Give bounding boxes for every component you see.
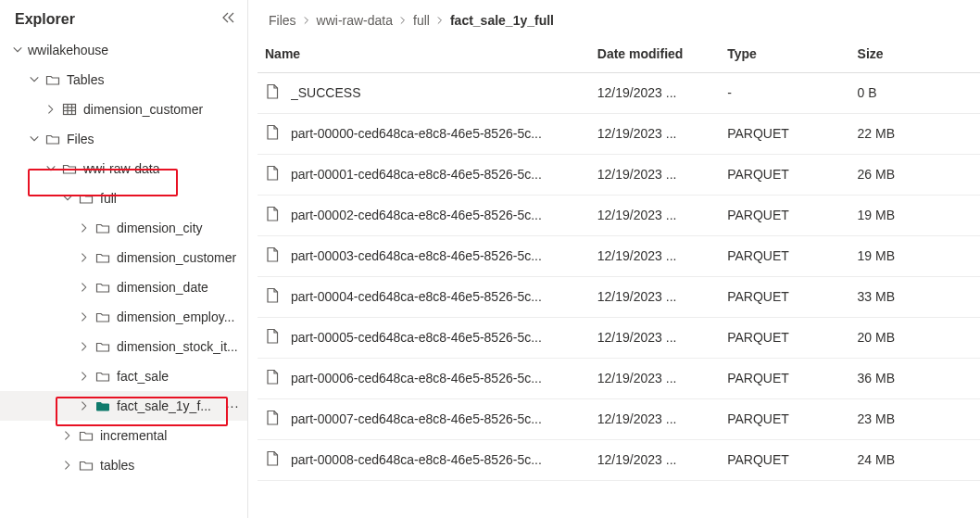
tree-item-full[interactable]: full (0, 183, 247, 213)
table-row[interactable]: part-00005-ced648ca-e8c8-46e5-8526-5c...… (258, 317, 980, 358)
column-header-type[interactable]: Type (720, 35, 849, 72)
breadcrumb-item: fact_sale_1y_full (450, 13, 554, 28)
chevron-right-icon[interactable] (76, 398, 93, 414)
file-icon (265, 328, 280, 347)
tree-item-files[interactable]: Files (0, 124, 247, 154)
file-size: 36 MB (850, 358, 980, 398)
chevron-right-icon (302, 13, 311, 28)
table-row[interactable]: part-00003-ced648ca-e8c8-46e5-8526-5c...… (258, 235, 980, 276)
file-icon (265, 369, 280, 388)
breadcrumb-item[interactable]: wwi-raw-data (317, 13, 393, 28)
more-button[interactable]: ··· (223, 398, 242, 413)
file-icon (265, 410, 280, 429)
file-date: 12/19/2023 ... (590, 439, 720, 480)
chevron-down-icon[interactable] (9, 42, 26, 58)
tree-item-tables-folder[interactable]: tables (0, 450, 247, 480)
chevron-right-icon[interactable] (59, 427, 76, 444)
file-date: 12/19/2023 ... (590, 72, 720, 113)
table-row[interactable]: part-00001-ced648ca-e8c8-46e5-8526-5c...… (258, 154, 980, 195)
file-size: 23 MB (850, 398, 980, 439)
tree-item-folder[interactable]: fact_sale_1y_f...··· (0, 391, 247, 421)
tree-label: dimension_customer (117, 250, 236, 265)
file-icon (265, 206, 280, 225)
chevron-right-icon (435, 13, 445, 28)
file-date: 12/19/2023 ... (590, 235, 720, 276)
tree-item-incremental[interactable]: incremental (0, 421, 247, 450)
tree-item-folder[interactable]: dimension_employ... (0, 302, 247, 332)
collapse-icon[interactable] (220, 11, 234, 28)
file-size: 19 MB (850, 235, 980, 276)
file-date: 12/19/2023 ... (590, 195, 720, 235)
table-row[interactable]: part-00008-ced648ca-e8c8-46e5-8526-5c...… (258, 439, 980, 480)
chevron-right-icon[interactable] (76, 279, 93, 296)
table-row[interactable]: part-00004-ced648ca-e8c8-46e5-8526-5c...… (258, 276, 980, 317)
tree-item-folder[interactable]: fact_sale (0, 361, 247, 391)
column-header-date[interactable]: Date modified (590, 35, 720, 72)
table-icon (61, 101, 78, 118)
file-name: part-00003-ced648ca-e8c8-46e5-8526-5c... (291, 248, 542, 263)
explorer-panel: Explorer wwilakehouse Tables (0, 0, 248, 518)
column-header-size[interactable]: Size (850, 35, 980, 72)
tree-label: fact_sale (117, 369, 169, 384)
chevron-right-icon[interactable] (43, 101, 59, 118)
tree-item-folder[interactable]: dimension_city (0, 213, 247, 243)
tree-item-tables[interactable]: Tables (0, 65, 247, 95)
file-icon (265, 165, 280, 184)
table-row[interactable]: part-00002-ced648ca-e8c8-46e5-8526-5c...… (258, 195, 980, 235)
folder-icon (94, 279, 111, 296)
chevron-right-icon (398, 13, 408, 28)
chevron-right-icon[interactable] (76, 368, 93, 385)
explorer-title: Explorer (15, 11, 75, 28)
file-icon (265, 450, 280, 470)
file-table: Name Date modified Type Size _SUCCESS12/… (258, 35, 980, 481)
tree-item-folder[interactable]: dimension_date (0, 272, 247, 302)
file-name: part-00006-ced648ca-e8c8-46e5-8526-5c... (291, 371, 542, 385)
column-header-name[interactable]: Name (258, 35, 590, 72)
tree-item-folder[interactable]: dimension_stock_it... (0, 332, 247, 361)
file-icon (265, 246, 280, 266)
chevron-right-icon[interactable] (59, 457, 76, 474)
breadcrumb: Fileswwi-raw-datafullfact_sale_1y_full (248, 0, 980, 35)
chevron-right-icon[interactable] (76, 309, 93, 325)
file-name: part-00000-ced648ca-e8c8-46e5-8526-5c... (291, 126, 542, 141)
file-size: 19 MB (850, 195, 980, 235)
folder-icon (94, 249, 111, 266)
chevron-down-icon[interactable] (26, 131, 43, 147)
folder-icon (44, 131, 61, 147)
table-row[interactable]: part-00000-ced648ca-e8c8-46e5-8526-5c...… (258, 113, 980, 154)
tree-label: full (100, 191, 117, 206)
chevron-down-icon[interactable] (43, 160, 59, 177)
breadcrumb-item[interactable]: Files (269, 13, 296, 28)
folder-icon (44, 71, 61, 88)
tree-item-lakehouse[interactable]: wwilakehouse (0, 35, 247, 65)
folder-icon (78, 427, 94, 444)
folder-icon (94, 220, 111, 236)
file-type: PARQUET (720, 398, 849, 439)
file-list-scroll[interactable]: Name Date modified Type Size _SUCCESS12/… (248, 35, 980, 518)
file-name: part-00007-ced648ca-e8c8-46e5-8526-5c... (291, 411, 542, 426)
main-content: Fileswwi-raw-datafullfact_sale_1y_full N… (248, 0, 980, 518)
folder-icon (78, 190, 94, 207)
tree-item-dimension-customer-table[interactable]: dimension_customer (0, 95, 247, 124)
tree-item-wwi-raw-data[interactable]: wwi-raw-data (0, 154, 247, 183)
breadcrumb-item[interactable]: full (413, 13, 430, 28)
table-row[interactable]: part-00007-ced648ca-e8c8-46e5-8526-5c...… (258, 398, 980, 439)
table-row[interactable]: part-00006-ced648ca-e8c8-46e5-8526-5c...… (258, 358, 980, 398)
chevron-down-icon[interactable] (59, 190, 76, 207)
tree-label: dimension_employ... (117, 310, 234, 324)
file-size: 20 MB (850, 317, 980, 358)
folder-icon (94, 368, 111, 385)
chevron-right-icon[interactable] (76, 338, 93, 355)
folder-icon (78, 457, 94, 474)
chevron-right-icon[interactable] (76, 249, 93, 266)
file-date: 12/19/2023 ... (590, 317, 720, 358)
file-date: 12/19/2023 ... (590, 358, 720, 398)
tree-item-folder[interactable]: dimension_customer (0, 243, 247, 272)
file-size: 24 MB (850, 439, 980, 480)
chevron-down-icon[interactable] (26, 71, 43, 88)
file-size: 33 MB (850, 276, 980, 317)
chevron-right-icon[interactable] (76, 220, 93, 236)
table-row[interactable]: _SUCCESS12/19/2023 ...-0 B (258, 72, 980, 113)
file-size: 26 MB (850, 154, 980, 195)
file-type: PARQUET (720, 154, 849, 195)
